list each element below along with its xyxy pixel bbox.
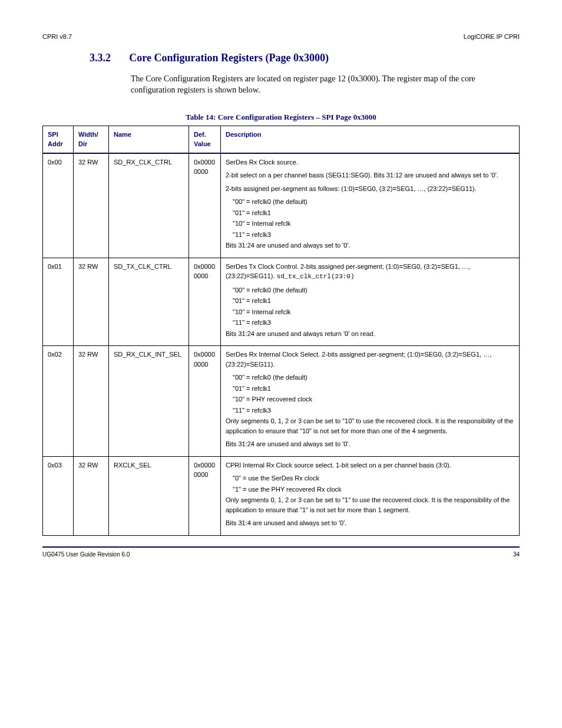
section-heading: 3.3.2 Core Configuration Registers (Page… xyxy=(90,52,520,64)
col-description: Description xyxy=(221,126,520,153)
footer-left: UG0475 User Guide Revision 6.0 xyxy=(42,551,130,558)
table-row: 0x0232 RWSD_RX_CLK_INT_SEL0x0000 0000Ser… xyxy=(43,346,520,457)
table-header-row: SPI Addr Width/ Dir Name Def. Value Desc… xyxy=(43,126,520,153)
footer-right: 34 xyxy=(513,551,520,558)
header-right: LogiCORE IP CPRI xyxy=(464,33,520,40)
footer-rule xyxy=(42,546,520,548)
col-width-dir: Width/ Dir xyxy=(74,126,109,153)
col-name: Name xyxy=(109,126,189,153)
intro-paragraph: The Core Configuration Registers are loc… xyxy=(131,74,520,96)
table-row: 0x0032 RWSD_RX_CLK_CTRL0x0000 0000SerDes… xyxy=(43,153,520,258)
section-number: 3.3.2 xyxy=(90,52,127,64)
doc-header: CPRI v8.7 LogiCORE IP CPRI xyxy=(42,33,520,40)
section-title: Core Configuration Registers (Page 0x300… xyxy=(129,52,329,64)
table-row: 0x0332 RWRXCLK_SEL0x0000 0000CPRI Intern… xyxy=(43,456,520,535)
col-default: Def. Value xyxy=(189,126,221,153)
table-caption: Table 14: Core Configuration Registers –… xyxy=(42,113,520,122)
col-addr: SPI Addr xyxy=(43,126,74,153)
header-left: CPRI v8.7 xyxy=(42,33,72,40)
table-row: 0x0132 RWSD_TX_CLK_CTRL0x0000 0000SerDes… xyxy=(43,258,520,346)
doc-footer: UG0475 User Guide Revision 6.0 34 xyxy=(42,551,520,558)
register-table: SPI Addr Width/ Dir Name Def. Value Desc… xyxy=(42,126,520,536)
